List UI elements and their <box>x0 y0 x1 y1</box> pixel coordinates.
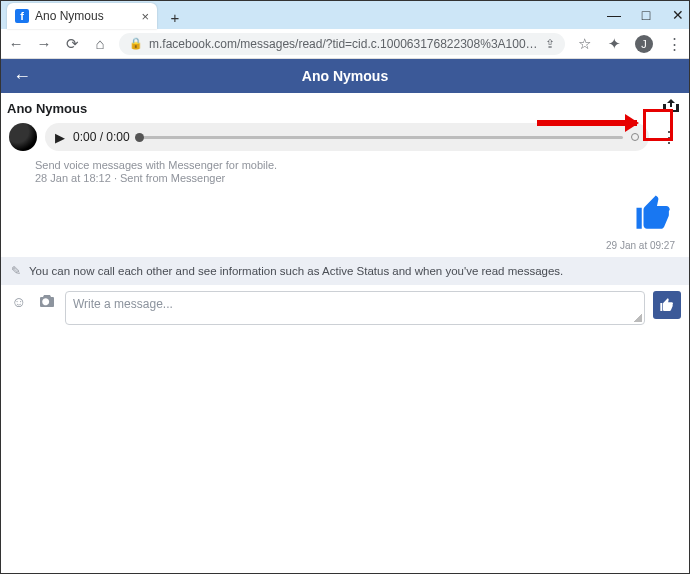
audio-track[interactable] <box>138 136 623 139</box>
play-icon[interactable]: ▶ <box>55 130 65 145</box>
close-tab-icon[interactable]: × <box>141 9 149 24</box>
page-header: ← Ano Nymous <box>1 59 689 93</box>
home-button[interactable]: ⌂ <box>91 35 109 53</box>
browser-tab[interactable]: f Ano Nymous × <box>7 3 157 29</box>
pencil-icon: ✎ <box>11 264 21 278</box>
share-icon[interactable] <box>663 99 679 117</box>
message-options-icon[interactable]: ⋮ <box>657 123 681 151</box>
header-back-icon[interactable]: ← <box>13 66 31 87</box>
emoji-icon[interactable]: ☺ <box>9 291 29 311</box>
back-button[interactable]: ← <box>7 35 25 53</box>
share-page-icon[interactable]: ⇪ <box>545 37 555 51</box>
conversation-bar: Ano Nymous <box>1 93 689 119</box>
notice-text: You can now call each other and see info… <box>29 265 563 277</box>
camera-icon[interactable] <box>37 291 57 311</box>
forward-button[interactable]: → <box>35 35 53 53</box>
page-title: Ano Nymous <box>302 68 388 84</box>
profile-avatar[interactable]: J <box>635 35 653 53</box>
timestamp-text: 28 Jan at 18:12 · Sent from Messenger <box>35 172 681 184</box>
bookmark-icon[interactable]: ☆ <box>575 35 593 53</box>
audio-track-end <box>631 133 639 141</box>
reload-button[interactable]: ⟳ <box>63 35 81 53</box>
lock-icon: 🔒 <box>129 37 143 50</box>
minimize-button[interactable]: — <box>607 8 621 22</box>
facebook-favicon: f <box>15 9 29 23</box>
thumbs-up-icon[interactable] <box>633 192 675 238</box>
send-like-button[interactable] <box>653 291 681 319</box>
audio-player[interactable]: ▶ 0:00 / 0:00 <box>45 123 649 151</box>
sender-avatar[interactable] <box>9 123 37 151</box>
hint-text: Send voice messages with Messenger for m… <box>35 159 681 171</box>
message-meta: Send voice messages with Messenger for m… <box>1 155 689 186</box>
message-input[interactable]: Write a message... <box>65 291 645 325</box>
browser-toolbar: ← → ⟳ ⌂ 🔒 m.facebook.com/messages/read/?… <box>1 29 689 59</box>
browser-menu-icon[interactable]: ⋮ <box>665 35 683 53</box>
url-text: m.facebook.com/messages/read/?tid=cid.c.… <box>149 37 539 51</box>
like-timestamp: 29 Jan at 09:27 <box>606 240 675 251</box>
like-message: 29 Jan at 09:27 <box>1 186 689 257</box>
participant-name: Ano Nymous <box>7 101 87 116</box>
maximize-button[interactable]: □ <box>639 8 653 22</box>
extensions-icon[interactable]: ✦ <box>605 35 623 53</box>
address-bar[interactable]: 🔒 m.facebook.com/messages/read/?tid=cid.… <box>119 33 565 55</box>
info-notice: ✎ You can now call each other and see in… <box>1 257 689 285</box>
close-window-button[interactable]: ✕ <box>671 8 685 22</box>
tab-title: Ano Nymous <box>35 9 104 23</box>
tab-strip: f Ano Nymous × + <box>7 1 187 29</box>
message-composer: ☺ Write a message... <box>1 285 689 331</box>
audio-time: 0:00 / 0:00 <box>73 130 130 144</box>
new-tab-button[interactable]: + <box>163 5 187 29</box>
annotation-arrow <box>537 120 637 126</box>
